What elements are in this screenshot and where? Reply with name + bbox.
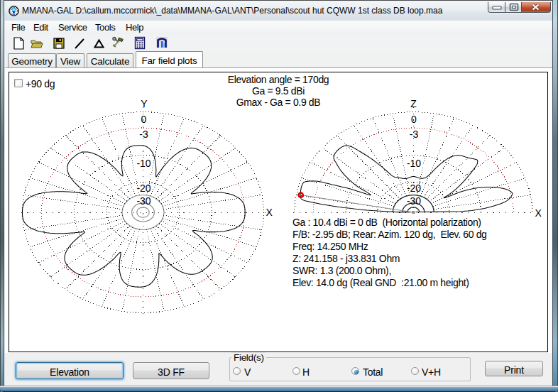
svg-text:0: 0: [411, 114, 417, 125]
svg-text:-30: -30: [407, 195, 421, 207]
svg-text:X: X: [535, 207, 542, 219]
svg-text:X: X: [266, 207, 273, 218]
svg-text:-30: -30: [136, 195, 151, 207]
svg-text:-3: -3: [139, 129, 148, 140]
svg-text:-20: -20: [407, 183, 421, 194]
svg-text:-20: -20: [136, 183, 151, 194]
svg-text:Z: Z: [410, 98, 417, 109]
svg-text:0: 0: [141, 114, 147, 125]
svg-text:-10: -10: [407, 158, 421, 169]
svg-text:-10: -10: [136, 158, 151, 169]
svg-text:Y: Y: [141, 98, 148, 109]
svg-text:-3: -3: [410, 129, 419, 140]
